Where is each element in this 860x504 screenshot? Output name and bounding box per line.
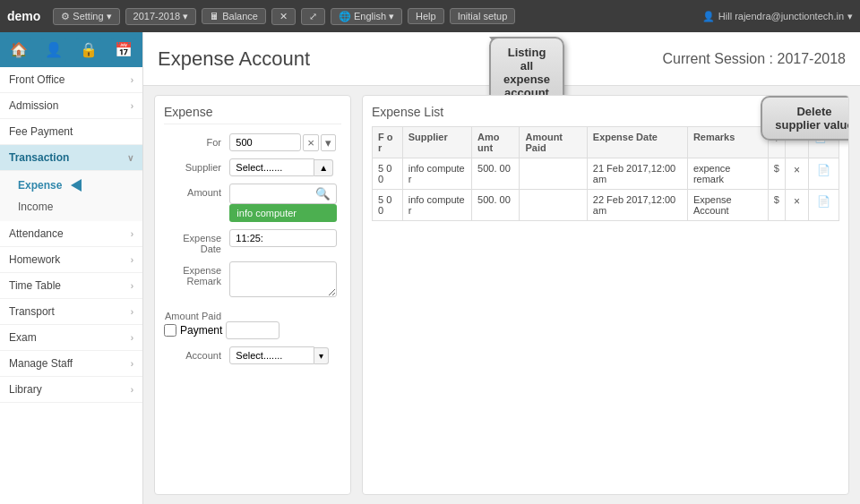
account-label: Account	[164, 346, 227, 361]
chevron-right-icon: ›	[131, 333, 133, 343]
col-remarks: Remarks	[687, 127, 768, 158]
sidebar-item-homework[interactable]: Homework ›	[0, 247, 142, 273]
table-row: 5 0 0 info compute r 500. 00 22 Feb 2017…	[373, 190, 839, 221]
initial-setup-button[interactable]: Initial setup	[450, 8, 516, 24]
doc-button[interactable]: 📄	[814, 194, 833, 209]
lock-icon[interactable]: 🔒	[76, 38, 101, 62]
cell-for: 5 0 0	[373, 190, 403, 221]
delete-button[interactable]: ×	[791, 194, 803, 209]
page-header: Expense Account Listing all expense acco…	[143, 32, 860, 86]
setting-button[interactable]: ⚙ Setting ▾	[53, 8, 119, 25]
for-label: For	[164, 133, 227, 148]
cell-amount-paid	[520, 158, 587, 190]
for-dropdown-button[interactable]: ▾	[321, 134, 336, 151]
expense-panel-title: Expense	[164, 105, 341, 124]
sidebar-item-timetable[interactable]: Time Table ›	[0, 273, 142, 299]
col-supplier: Supplier	[402, 127, 471, 158]
table-row: 5 0 0 info compute r 500. 00 21 Feb 2017…	[373, 158, 839, 190]
amount-paid-checkbox[interactable]	[164, 324, 176, 337]
calendar-icon[interactable]: 📅	[111, 38, 136, 62]
for-row: For × ▾	[164, 133, 341, 151]
cell-amount: 500. 00	[472, 158, 520, 190]
main-layout: 🏠 👤 🔒 📅 Front Office › Admission › Fee P…	[0, 32, 860, 504]
cell-delete: ×	[785, 190, 808, 221]
transaction-submenu: Expense Income	[0, 171, 142, 221]
cell-dollar: $	[768, 158, 785, 190]
expand-button[interactable]: ⤢	[301, 8, 325, 25]
supplier-input[interactable]	[229, 158, 314, 176]
year-button[interactable]: 2017-2018 ▾	[125, 8, 197, 25]
balance-icon: 🖩	[210, 11, 219, 21]
for-input[interactable]	[229, 133, 301, 151]
cell-doc: 📄	[808, 158, 838, 190]
cell-remarks: expence remark	[687, 158, 768, 190]
supplier-dropdown-button[interactable]: ▲	[314, 159, 333, 176]
home-icon[interactable]: 🏠	[6, 38, 31, 62]
chevron-right-icon: ›	[131, 307, 133, 317]
doc-button[interactable]: 📄	[814, 163, 833, 177]
expense-form-panel: Expense For × ▾ Supplier	[154, 95, 351, 495]
close-button[interactable]: ✕	[271, 8, 296, 25]
expense-date-label: Expense Date	[164, 229, 227, 254]
cell-amount: 500. 00	[472, 190, 520, 221]
col-for: F o r	[373, 127, 403, 158]
expense-date-row: Expense Date	[164, 229, 341, 254]
account-input[interactable]	[229, 346, 314, 364]
sidebar-item-manage-staff[interactable]: Manage Staff ›	[0, 351, 142, 377]
chevron-right-icon: ›	[131, 229, 133, 239]
chevron-down-icon: ▾	[183, 11, 188, 22]
sidebar-item-fee-payment[interactable]: Fee Payment	[0, 119, 142, 145]
expense-remark-input[interactable]	[229, 261, 337, 297]
chevron-down-icon: ▾	[107, 11, 112, 22]
chevron-right-icon: ›	[131, 101, 133, 111]
supplier-label: Supplier	[164, 158, 227, 173]
expense-date-input[interactable]	[229, 229, 337, 247]
cell-delete: ×	[785, 158, 808, 190]
col-amount: Amo unt	[472, 127, 520, 158]
col-expense-date: Expense Date	[587, 127, 687, 158]
for-clear-button[interactable]: ×	[303, 134, 319, 151]
cell-for: 5 0 0	[373, 158, 403, 190]
sidebar-sub-expense[interactable]: Expense	[0, 175, 142, 196]
amount-search-button[interactable]: 🔍	[229, 184, 337, 204]
amount-paid-label: Amount Paid	[164, 307, 227, 321]
sidebar-item-library[interactable]: Library ›	[0, 377, 142, 403]
cell-amount-paid	[520, 190, 587, 221]
delete-button[interactable]: ×	[791, 163, 803, 177]
amount-paid-row: Amount Paid Payment	[164, 307, 341, 339]
sidebar-item-transport[interactable]: Transport ›	[0, 299, 142, 325]
annotation-listing: Listing all expense account	[489, 37, 514, 53]
autocomplete-item[interactable]: info computer	[229, 204, 337, 222]
amount-label: Amount	[164, 184, 227, 198]
cell-remarks: Expense Account	[687, 190, 768, 221]
chevron-right-icon: ›	[131, 385, 133, 395]
chevron-down-icon: ∨	[127, 153, 133, 163]
sidebar-item-transaction[interactable]: Transaction ∨	[0, 145, 142, 171]
english-button[interactable]: 🌐 English ▾	[331, 8, 402, 25]
payment-input[interactable]	[226, 321, 280, 339]
sidebar-item-attendance[interactable]: Attendance ›	[0, 221, 142, 247]
cell-doc: 📄	[808, 190, 838, 221]
chevron-right-icon: ›	[131, 255, 133, 265]
page-title: Expense Account	[158, 47, 310, 71]
sidebar-item-exam[interactable]: Exam ›	[0, 325, 142, 351]
cell-expense-date: 22 Feb 2017,12:00 am	[587, 190, 687, 221]
amount-row: Amount 🔍 info computer	[164, 184, 341, 222]
account-dropdown-button[interactable]: ▾	[314, 347, 329, 364]
sidebar-sub-income[interactable]: Income	[0, 196, 142, 218]
language-icon: 🌐	[339, 11, 351, 22]
chevron-right-icon: ›	[131, 359, 133, 369]
col-amount-paid: Amount Paid	[520, 127, 587, 158]
payment-label: Payment	[180, 324, 222, 337]
expense-remark-label: Expense Remark	[164, 261, 227, 286]
balance-button[interactable]: 🖩 Balance	[202, 8, 266, 24]
session-label: Current Session : 2017-2018	[662, 51, 846, 67]
sidebar-item-front-office[interactable]: Front Office ›	[0, 67, 142, 93]
chevron-right-icon: ›	[131, 281, 133, 291]
cell-expense-date: 21 Feb 2017,12:00 am	[587, 158, 687, 190]
help-button[interactable]: Help	[408, 8, 444, 24]
expense-remark-row: Expense Remark	[164, 261, 341, 300]
chevron-down-icon: ▾	[847, 11, 853, 22]
sidebar-item-admission[interactable]: Admission ›	[0, 93, 142, 119]
user-icon[interactable]: 👤	[41, 38, 66, 62]
